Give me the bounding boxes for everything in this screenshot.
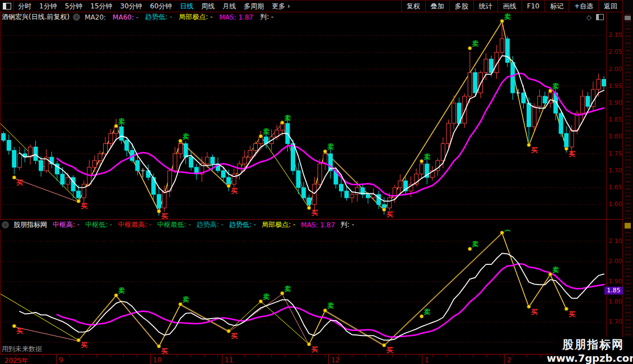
indicator-label: 局部极点: - <box>262 220 295 230</box>
svg-text:卖: 卖 <box>327 302 334 310</box>
minor-tick <box>432 354 433 357</box>
svg-text:买: 买 <box>387 211 393 218</box>
indicator-label: 趋势高: - <box>197 220 224 230</box>
watermark: 股朋指标网 www.7gpzb.com <box>553 337 633 364</box>
title-right-icons: ◇ <box>587 13 604 21</box>
svg-text:卖: 卖 <box>552 266 559 274</box>
svg-text:卖: 卖 <box>284 285 291 293</box>
toolbar-button-标记[interactable]: 标记 <box>544 1 569 12</box>
minor-tick <box>43 354 43 357</box>
period-周线[interactable]: 周线 <box>197 2 218 11</box>
sub-chart-canvas[interactable]: 买买卖买卖买卖卖买卖买卖卖卖买卖买 <box>0 230 607 354</box>
split-rect-glyph <box>3 3 11 10</box>
month-label: 2 <box>507 356 511 364</box>
split-window-icon[interactable] <box>596 14 604 20</box>
month-label: 9 <box>59 356 63 364</box>
toolbar-button-+自选[interactable]: +自选 <box>569 1 598 12</box>
period-30分钟[interactable]: 30分钟 <box>117 2 146 11</box>
minor-tick <box>473 354 473 357</box>
indicator-label: 趋势低: - <box>229 220 256 230</box>
toolbar-button-统计[interactable]: 统计 <box>473 1 497 12</box>
watermark-title: 股朋指标网 <box>562 337 624 352</box>
month-label: 1 <box>425 356 429 364</box>
stock-title[interactable]: 酒钢宏兴(日线.前复权) <box>2 12 69 22</box>
minor-tick <box>123 354 124 357</box>
indicator-label: 趋势低: - <box>145 12 172 22</box>
toolbar-button-F10[interactable]: F10 <box>522 1 544 12</box>
svg-text:卖: 卖 <box>472 40 479 48</box>
svg-text:卖: 卖 <box>118 118 125 125</box>
period-60分钟[interactable]: 60分钟 <box>146 2 176 11</box>
minor-tick <box>352 354 352 357</box>
period-15分钟[interactable]: 15分钟 <box>86 2 116 11</box>
time-axis[interactable]: 2025年 910111212 <box>0 354 633 364</box>
right-sidebar-strip[interactable] <box>623 0 633 364</box>
indicator-name[interactable]: 股朋指标网 <box>13 220 47 230</box>
svg-text:卖: 卖 <box>118 287 125 295</box>
minor-tick <box>137 354 137 357</box>
clipped-sidebar-mark <box>625 16 631 20</box>
year-label: 2025年 <box>4 356 29 364</box>
period-分时[interactable]: 分时 <box>14 2 35 11</box>
svg-text:卖: 卖 <box>552 82 559 90</box>
sub-panel-header: ∨ 股朋指标网 中枢高: -中枢低: -中枢最高: -中枢最低: -趋势高: -… <box>0 220 605 230</box>
svg-text:买: 买 <box>16 327 23 335</box>
window-layout-icon[interactable] <box>0 1 14 12</box>
indicator-label: 中枢高: - <box>53 220 80 230</box>
minor-tick <box>500 354 500 357</box>
minor-tick <box>406 354 406 357</box>
indicator-label: MA5: 1.87 <box>301 221 335 229</box>
future-data-notice: 用到未来数据 <box>2 344 42 354</box>
toolbar-buttons: 复权叠加多股统计画线F10标记+自选返回 <box>401 1 623 12</box>
minor-tick <box>365 354 366 357</box>
svg-text:买: 买 <box>387 346 393 354</box>
minor-tick <box>540 354 541 357</box>
toolbar-button-多股[interactable]: 多股 <box>449 1 473 12</box>
toolbar-button-复权[interactable]: 复权 <box>401 1 425 12</box>
period-日线[interactable]: 日线 <box>176 2 197 11</box>
indicator-label: 判: - <box>260 12 273 22</box>
period-5分钟[interactable]: 5分钟 <box>61 2 87 11</box>
collapse-chevron-icon-sub[interactable]: ∨ <box>2 221 9 228</box>
month-tick <box>422 354 422 364</box>
svg-text:买: 买 <box>231 332 238 340</box>
main-indicator-labels: MA20:MA60: -趋势低: -局部极点: -MA5: 1.87判: - <box>85 12 273 22</box>
left-border-line <box>0 12 1 364</box>
period-多周期[interactable]: 多周期 <box>240 2 268 11</box>
svg-text:卖: 卖 <box>182 133 189 141</box>
minor-tick <box>83 354 83 357</box>
indicator-label: MA60: - <box>113 13 138 21</box>
svg-text:买: 买 <box>531 146 538 154</box>
svg-text:卖: 卖 <box>263 293 270 301</box>
minor-tick <box>325 354 325 357</box>
minor-tick <box>16 354 16 357</box>
toolbar-button-叠加[interactable]: 叠加 <box>425 1 449 12</box>
toolbar-button-返回[interactable]: 返回 <box>598 1 623 12</box>
minor-tick <box>190 354 191 357</box>
period-更多 ›[interactable]: 更多 › <box>268 2 294 11</box>
indicator-label: 中枢低: - <box>85 220 112 230</box>
minor-tick <box>217 354 218 357</box>
month-label: 11 <box>225 356 233 364</box>
minor-tick <box>244 354 245 357</box>
diamond-icon[interactable]: ◇ <box>587 13 592 21</box>
period-月线[interactable]: 月线 <box>218 2 240 11</box>
month-tick <box>150 354 151 364</box>
collapse-chevron-icon[interactable]: ∨ <box>73 13 80 21</box>
main-chart-canvas[interactable]: 买买卖买卖买卖卖买卖买卖卖卖买卖买 <box>0 22 607 220</box>
clipped-sidebar-text <box>625 13 631 349</box>
minor-tick <box>177 354 178 357</box>
toolbar-button-画线[interactable]: 画线 <box>497 1 522 12</box>
sub-indicator-labels: 中枢高: -中枢低: -中枢最高: -中枢最低: -趋势高: -趋势低: -局部… <box>53 220 354 230</box>
minor-tick <box>164 354 164 357</box>
svg-text:买: 买 <box>231 187 238 195</box>
current-value-tag: 1.85 <box>604 287 623 295</box>
svg-text:卖: 卖 <box>423 153 431 161</box>
svg-text:买: 买 <box>569 150 575 158</box>
minor-tick <box>285 354 285 357</box>
svg-text:买: 买 <box>81 202 87 210</box>
svg-text:买: 买 <box>81 341 87 349</box>
split-rect-glyph <box>596 14 604 20</box>
period-1分钟[interactable]: 1分钟 <box>35 2 61 11</box>
month-tick <box>504 354 505 364</box>
